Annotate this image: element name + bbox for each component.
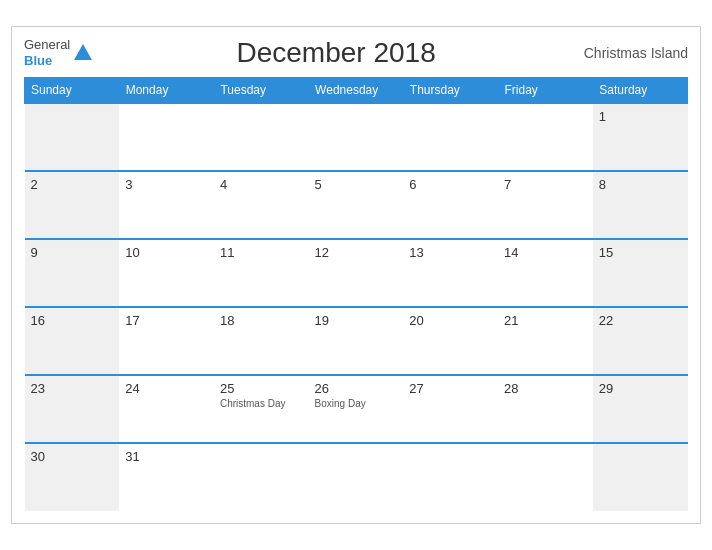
calendar-cell: 14 <box>498 239 593 307</box>
calendar-region: Christmas Island <box>578 45 688 61</box>
calendar-cell: 25Christmas Day <box>214 375 309 443</box>
calendar-cell: 29 <box>593 375 688 443</box>
day-number: 15 <box>599 245 682 260</box>
calendar-table: SundayMondayTuesdayWednesdayThursdayFrid… <box>24 77 688 511</box>
day-number: 30 <box>31 449 114 464</box>
day-number: 27 <box>409 381 492 396</box>
calendar-cell: 20 <box>403 307 498 375</box>
calendar-cell: 5 <box>309 171 404 239</box>
day-number: 19 <box>315 313 398 328</box>
day-number: 2 <box>31 177 114 192</box>
logo: General Blue <box>24 37 94 68</box>
calendar-cell <box>593 443 688 511</box>
week-row-5: 232425Christmas Day26Boxing Day272829 <box>25 375 688 443</box>
weekday-header-wednesday: Wednesday <box>309 78 404 104</box>
calendar-header: General Blue December 2018 Christmas Isl… <box>24 37 688 69</box>
calendar-cell: 1 <box>593 103 688 171</box>
calendar-cell: 3 <box>119 171 214 239</box>
day-number: 23 <box>31 381 114 396</box>
calendar-cell <box>214 443 309 511</box>
calendar-cell: 18 <box>214 307 309 375</box>
calendar-cell <box>309 103 404 171</box>
calendar-cell: 31 <box>119 443 214 511</box>
calendar-cell: 24 <box>119 375 214 443</box>
day-number: 3 <box>125 177 208 192</box>
day-number: 4 <box>220 177 303 192</box>
logo-icon <box>72 42 94 64</box>
day-number: 26 <box>315 381 398 396</box>
day-number: 12 <box>315 245 398 260</box>
week-row-6: 3031 <box>25 443 688 511</box>
calendar-cell <box>214 103 309 171</box>
calendar-cell: 9 <box>25 239 120 307</box>
day-number: 6 <box>409 177 492 192</box>
calendar-cell: 22 <box>593 307 688 375</box>
calendar-cell: 26Boxing Day <box>309 375 404 443</box>
day-number: 16 <box>31 313 114 328</box>
calendar-cell <box>498 103 593 171</box>
calendar-cell: 19 <box>309 307 404 375</box>
day-number: 11 <box>220 245 303 260</box>
calendar-cell: 2 <box>25 171 120 239</box>
calendar-cell <box>25 103 120 171</box>
calendar-cell: 6 <box>403 171 498 239</box>
day-number: 1 <box>599 109 682 124</box>
calendar-cell: 21 <box>498 307 593 375</box>
weekday-header-sunday: Sunday <box>25 78 120 104</box>
calendar-cell: 13 <box>403 239 498 307</box>
day-number: 28 <box>504 381 587 396</box>
calendar-cell <box>498 443 593 511</box>
day-number: 22 <box>599 313 682 328</box>
logo-blue-text: Blue <box>24 53 52 69</box>
weekday-header-friday: Friday <box>498 78 593 104</box>
calendar-cell: 12 <box>309 239 404 307</box>
calendar-cell: 23 <box>25 375 120 443</box>
calendar-cell: 11 <box>214 239 309 307</box>
calendar-cell <box>403 103 498 171</box>
calendar-title: December 2018 <box>94 37 578 69</box>
weekday-header-tuesday: Tuesday <box>214 78 309 104</box>
day-number: 10 <box>125 245 208 260</box>
day-number: 13 <box>409 245 492 260</box>
week-row-2: 2345678 <box>25 171 688 239</box>
calendar-cell: 4 <box>214 171 309 239</box>
calendar-cell: 30 <box>25 443 120 511</box>
weekday-header-row: SundayMondayTuesdayWednesdayThursdayFrid… <box>25 78 688 104</box>
week-row-3: 9101112131415 <box>25 239 688 307</box>
calendar-cell: 10 <box>119 239 214 307</box>
day-number: 31 <box>125 449 208 464</box>
weekday-header-saturday: Saturday <box>593 78 688 104</box>
calendar-cell: 15 <box>593 239 688 307</box>
calendar-cell: 8 <box>593 171 688 239</box>
day-number: 20 <box>409 313 492 328</box>
day-number: 29 <box>599 381 682 396</box>
day-number: 8 <box>599 177 682 192</box>
calendar-cell: 17 <box>119 307 214 375</box>
calendar-cell <box>403 443 498 511</box>
calendar-cell: 28 <box>498 375 593 443</box>
day-number: 25 <box>220 381 303 396</box>
calendar-cell <box>309 443 404 511</box>
weekday-header-monday: Monday <box>119 78 214 104</box>
logo-general-text: General <box>24 37 70 53</box>
day-number: 18 <box>220 313 303 328</box>
calendar: General Blue December 2018 Christmas Isl… <box>11 26 701 524</box>
day-number: 5 <box>315 177 398 192</box>
svg-marker-0 <box>74 44 92 60</box>
day-number: 14 <box>504 245 587 260</box>
calendar-cell: 27 <box>403 375 498 443</box>
calendar-cell: 16 <box>25 307 120 375</box>
holiday-label: Christmas Day <box>220 398 303 409</box>
day-number: 7 <box>504 177 587 192</box>
calendar-cell <box>119 103 214 171</box>
weekday-header-thursday: Thursday <box>403 78 498 104</box>
calendar-cell: 7 <box>498 171 593 239</box>
week-row-4: 16171819202122 <box>25 307 688 375</box>
week-row-1: 1 <box>25 103 688 171</box>
day-number: 17 <box>125 313 208 328</box>
day-number: 24 <box>125 381 208 396</box>
holiday-label: Boxing Day <box>315 398 398 409</box>
day-number: 21 <box>504 313 587 328</box>
day-number: 9 <box>31 245 114 260</box>
